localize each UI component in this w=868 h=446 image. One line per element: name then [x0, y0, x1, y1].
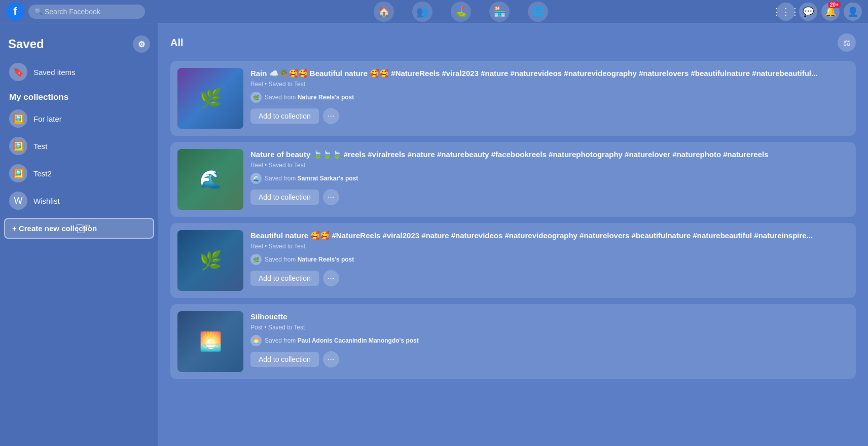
card-2-source: 🌿 Saved from Nature Reels's post [250, 254, 849, 265]
card-1-source: 🌊 Saved from Samrat Sarkar's post [250, 173, 849, 184]
test-icon: 🖼️ [9, 137, 27, 155]
nav-center: 🏠 👥 ⛳ 🏪 🌐 [145, 2, 777, 22]
saved-items-icon: 🔖 [9, 63, 27, 81]
wishlist-icon: W [9, 192, 27, 210]
card-1-more-button[interactable]: ··· [323, 189, 339, 205]
card-1-content: Nature of beauty 🍃🍃🍃 #reels #viralreels … [250, 149, 849, 205]
card-1-meta: Reel • Saved to Test [250, 162, 849, 169]
card-3-title: Silhouette [250, 311, 849, 322]
card-3-actions: Add to collection ··· [250, 351, 849, 367]
search-input[interactable] [28, 5, 145, 19]
card-1-add-collection-button[interactable]: Add to collection [250, 190, 319, 205]
test2-label: Test2 [33, 169, 52, 178]
card-1-actions: Add to collection ··· [250, 189, 849, 205]
create-new-collection-button[interactable]: + Create new collection [4, 218, 154, 239]
filter-button[interactable]: ⚖ [838, 33, 856, 52]
card-2-actions: Add to collection ··· [250, 270, 849, 286]
nav-groups-button[interactable]: 🌐 [528, 2, 548, 22]
main-header: All ⚖ [170, 33, 856, 52]
card-1-thumbnail [177, 149, 243, 210]
wishlist-label: Wishlist [33, 197, 60, 205]
main-content: All ⚖ Rain ☁️🌴🥰🥰 Beautiful nature 🥰🥰 #Na… [158, 23, 868, 446]
card-1-source-avatar: 🌊 [250, 173, 262, 184]
saved-card-0: Rain ☁️🌴🥰🥰 Beautiful nature 🥰🥰 #NatureRe… [170, 61, 856, 136]
notifications-badge: 20+ [828, 2, 841, 8]
card-3-meta: Post • Saved to Test [250, 324, 849, 331]
card-0-content: Rain ☁️🌴🥰🥰 Beautiful nature 🥰🥰 #NatureRe… [250, 68, 849, 124]
card-3-source: 🌅 Saved from Paul Adonis Cacanindin Mano… [250, 335, 849, 346]
saved-card-3: Silhouette Post • Saved to Test 🌅 Saved … [170, 304, 856, 379]
card-1-title: Nature of beauty 🍃🍃🍃 #reels #viralreels … [250, 149, 849, 160]
card-3-source-avatar: 🌅 [250, 335, 262, 346]
card-1-source-text: Saved from Samrat Sarkar's post [265, 175, 358, 182]
messenger-button[interactable]: 💬 [799, 3, 817, 21]
test-label: Test [33, 142, 48, 151]
card-0-actions: Add to collection ··· [250, 108, 849, 124]
sidebar-item-test[interactable]: 🖼️ Test [4, 133, 154, 159]
search-wrapper: 🔍 [24, 5, 145, 19]
for-later-icon: 🖼️ [9, 109, 27, 128]
nav-friends-button[interactable]: 👥 [412, 2, 432, 22]
nav-marketplace-button[interactable]: 🏪 [489, 2, 510, 22]
create-collection-label: + Create new collection [12, 224, 97, 233]
card-2-source-text: Saved from Nature Reels's post [265, 256, 354, 263]
sidebar-item-saved-items[interactable]: 🔖 Saved items [4, 59, 154, 85]
card-2-thumbnail [177, 230, 243, 291]
card-3-source-text: Saved from Paul Adonis Cacanindin Manong… [265, 337, 419, 344]
card-2-add-collection-button[interactable]: Add to collection [250, 271, 319, 286]
test2-icon: 🖼️ [9, 164, 27, 182]
sidebar-title-text: Saved [8, 37, 44, 51]
nav-home-button[interactable]: 🏠 [374, 2, 394, 22]
sidebar-item-for-later[interactable]: 🖼️ For later [4, 105, 154, 132]
sidebar-item-test2[interactable]: 🖼️ Test2 [4, 160, 154, 187]
card-0-thumbnail [177, 68, 243, 129]
main-layout: Saved ⚙ 🔖 Saved items My collections 🖼️ … [0, 23, 868, 446]
card-0-title: Rain ☁️🌴🥰🥰 Beautiful nature 🥰🥰 #NatureRe… [250, 68, 849, 79]
notifications-button[interactable]: 🔔 20+ [821, 3, 840, 21]
card-2-content: Beautiful nature 🥰🥰 #NatureReels #viral2… [250, 230, 849, 286]
card-0-source: 🌿 Saved from Nature Reels's post [250, 92, 849, 103]
saved-card-2: Beautiful nature 🥰🥰 #NatureReels #viral2… [170, 223, 856, 298]
nav-right: ⋮⋮⋮ 💬 🔔 20+ 👤 [777, 3, 862, 21]
for-later-label: For later [33, 115, 62, 123]
card-3-add-collection-button[interactable]: Add to collection [250, 352, 319, 367]
card-3-thumbnail [177, 311, 243, 372]
card-2-source-avatar: 🌿 [250, 254, 262, 265]
sidebar-item-wishlist[interactable]: W Wishlist [4, 188, 154, 214]
card-3-content: Silhouette Post • Saved to Test 🌅 Saved … [250, 311, 849, 367]
sidebar: Saved ⚙ 🔖 Saved items My collections 🖼️ … [0, 23, 158, 446]
account-button[interactable]: 👤 [844, 3, 862, 21]
card-2-title: Beautiful nature 🥰🥰 #NatureReels #viral2… [250, 230, 849, 241]
card-0-source-avatar: 🌿 [250, 92, 262, 103]
card-0-source-text: Saved from Nature Reels's post [265, 94, 354, 101]
my-collections-section-title: My collections [4, 86, 154, 105]
top-navigation: f 🔍 🏠 👥 ⛳ 🏪 🌐 ⋮⋮⋮ 💬 🔔 20+ 👤 [0, 0, 868, 23]
saved-items-label: Saved items [33, 68, 76, 77]
card-2-meta: Reel • Saved to Test [250, 243, 849, 250]
sidebar-header: Saved ⚙ [4, 31, 154, 59]
facebook-logo[interactable]: f [6, 3, 24, 21]
saved-settings-button[interactable]: ⚙ [133, 35, 150, 53]
card-0-add-collection-button[interactable]: Add to collection [250, 108, 319, 124]
nav-watch-button[interactable]: ⛳ [451, 2, 471, 22]
card-0-meta: Reel • Saved to Test [250, 81, 849, 88]
card-3-more-button[interactable]: ··· [323, 351, 339, 367]
apps-menu-button[interactable]: ⋮⋮⋮ [777, 3, 795, 21]
card-0-more-button[interactable]: ··· [323, 108, 339, 124]
filter-title: All [170, 37, 184, 49]
card-2-more-button[interactable]: ··· [323, 270, 339, 286]
saved-card-1: Nature of beauty 🍃🍃🍃 #reels #viralreels … [170, 142, 856, 217]
